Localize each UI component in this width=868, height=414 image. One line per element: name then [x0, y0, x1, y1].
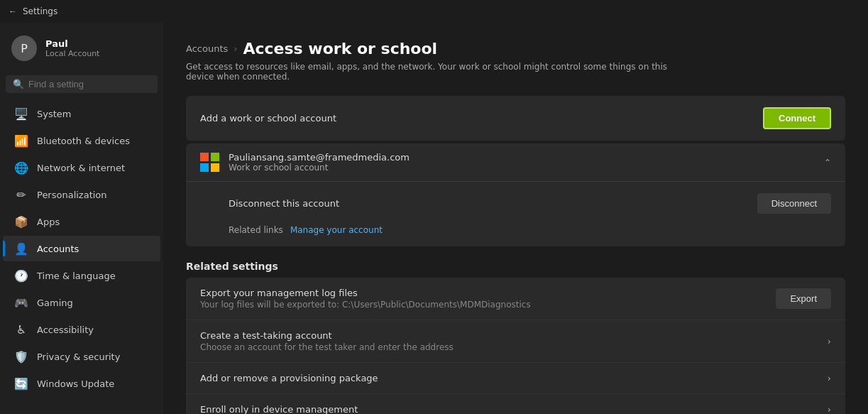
sidebar-item-personalization[interactable]: ✏️ Personalization [3, 182, 160, 207]
related-links-label: Related links [229, 225, 283, 235]
work-account-type: Work or school account [229, 163, 815, 173]
related-links-row: Related links Manage your account [229, 222, 831, 235]
back-button[interactable]: ← [9, 6, 17, 16]
chevron-right-icon: › [828, 336, 831, 347]
sidebar-item-system[interactable]: 🖥️ System [3, 101, 160, 126]
main-content: Accounts › Access work or school Get acc… [163, 23, 868, 414]
add-account-label: Add a work or school account [200, 113, 754, 124]
privacy-icon: 🛡️ [14, 349, 28, 364]
work-account-header[interactable]: Pauliansang.samte@framedmedia.com Work o… [186, 143, 845, 181]
gaming-icon: 🎮 [14, 295, 28, 310]
user-subtitle: Local Account [45, 49, 99, 58]
chevron-right-icon-3: › [828, 404, 831, 414]
manage-account-link[interactable]: Manage your account [290, 225, 383, 235]
sidebar-item-bluetooth[interactable]: 📶 Bluetooth & devices [3, 128, 160, 153]
ms-logo-red [200, 153, 209, 161]
sidebar-item-network[interactable]: 🌐 Network & internet [3, 155, 160, 180]
ms-logo-yellow [211, 163, 219, 172]
settings-row-test-title: Create a test-taking account [200, 330, 819, 341]
sidebar-item-label: Personalization [37, 190, 107, 200]
user-name: Paul [45, 38, 99, 49]
microsoft-logo [200, 153, 220, 173]
apps-icon: 📦 [14, 214, 28, 229]
personalization-icon: ✏️ [14, 187, 28, 202]
accessibility-icon: ♿ [14, 322, 28, 337]
sidebar-item-windows-update[interactable]: 🔄 Windows Update [3, 371, 160, 396]
chevron-up-icon: ⌃ [824, 158, 831, 168]
breadcrumb-separator: › [234, 43, 237, 54]
avatar: P [11, 36, 37, 61]
work-account-email: Pauliansang.samte@framedmedia.com [229, 152, 815, 163]
work-account-info: Pauliansang.samte@framedmedia.com Work o… [229, 152, 815, 173]
settings-row-test[interactable]: Create a test-taking account Choose an a… [186, 320, 845, 363]
search-icon: 🔍 [13, 79, 24, 89]
system-icon: 🖥️ [14, 107, 28, 121]
sidebar-item-label: Apps [37, 217, 60, 227]
settings-row-provisioning-content: Add or remove a provisioning package [200, 373, 819, 383]
settings-row-test-sub: Choose an account for the test taker and… [200, 342, 819, 352]
chevron-right-icon-2: › [828, 373, 831, 383]
settings-row-provisioning[interactable]: Add or remove a provisioning package › [186, 363, 845, 394]
title-bar: ← Settings [0, 0, 868, 23]
add-account-card: Add a work or school account Connect [186, 96, 845, 141]
export-button[interactable]: Export [776, 288, 831, 309]
ms-logo-green [211, 153, 219, 161]
sidebar-item-label: Gaming [37, 298, 73, 308]
sidebar-item-gaming[interactable]: 🎮 Gaming [3, 290, 160, 315]
settings-row-export-title: Export your management log files [200, 288, 767, 298]
user-info: Paul Local Account [45, 38, 99, 58]
work-account-card: Pauliansang.samte@framedmedia.com Work o… [186, 143, 845, 246]
sidebar-user: P Paul Local Account [0, 28, 163, 72]
time-icon: 🕐 [14, 268, 28, 283]
settings-row-provisioning-title: Add or remove a provisioning package [200, 373, 819, 383]
related-settings-card: Export your management log files Your lo… [186, 278, 845, 414]
sidebar-item-label: Accessibility [37, 325, 94, 335]
sidebar-item-label: Accounts [37, 244, 79, 254]
bluetooth-icon: 📶 [14, 134, 28, 148]
disconnect-button[interactable]: Disconnect [757, 193, 831, 214]
sidebar-item-label: Bluetooth & devices [37, 136, 130, 146]
disconnect-label: Disconnect this account [229, 198, 339, 209]
sidebar-item-accessibility[interactable]: ♿ Accessibility [3, 317, 160, 342]
work-account-expanded: Disconnect this account Disconnect Relat… [186, 181, 845, 246]
add-account-row: Add a work or school account Connect [186, 96, 845, 141]
sidebar-search-container: 🔍 [6, 75, 158, 93]
sidebar-item-label: Network & internet [37, 163, 125, 173]
search-input[interactable] [28, 79, 150, 89]
accounts-icon: 👤 [14, 241, 28, 256]
sidebar: P Paul Local Account 🔍 🖥️ System 📶 Bluet… [0, 23, 163, 414]
settings-row-enroll[interactable]: Enroll only in device management › [186, 394, 845, 414]
sidebar-item-privacy[interactable]: 🛡️ Privacy & security [3, 344, 160, 369]
settings-row-test-content: Create a test-taking account Choose an a… [200, 330, 819, 352]
sidebar-item-apps[interactable]: 📦 Apps [3, 209, 160, 234]
sidebar-item-label: System [37, 109, 71, 119]
windows-update-icon: 🔄 [14, 376, 28, 391]
related-settings-title: Related settings [186, 261, 845, 272]
breadcrumb: Accounts › Access work or school [186, 40, 845, 58]
title-bar-title: Settings [23, 6, 57, 16]
main-layout: P Paul Local Account 🔍 🖥️ System 📶 Bluet… [0, 23, 868, 414]
sidebar-item-label: Windows Update [37, 378, 114, 389]
breadcrumb-current: Access work or school [243, 40, 437, 58]
network-icon: 🌐 [14, 160, 28, 175]
settings-row-export-sub: Your log files will be exported to: C:\U… [200, 300, 767, 310]
connect-button[interactable]: Connect [763, 107, 831, 129]
settings-row-enroll-title: Enroll only in device management [200, 404, 819, 414]
sidebar-item-time[interactable]: 🕐 Time & language [3, 263, 160, 288]
sidebar-item-label: Privacy & security [37, 352, 120, 362]
breadcrumb-parent[interactable]: Accounts [186, 43, 228, 54]
page-subtitle: Get access to resources like email, apps… [186, 62, 683, 82]
settings-row-enroll-content: Enroll only in device management [200, 404, 819, 414]
disconnect-row: Disconnect this account Disconnect [229, 182, 831, 222]
ms-logo-blue [200, 163, 209, 172]
settings-row-export[interactable]: Export your management log files Your lo… [186, 278, 845, 320]
sidebar-item-accounts[interactable]: 👤 Accounts [3, 236, 160, 261]
settings-row-export-content: Export your management log files Your lo… [200, 288, 767, 310]
sidebar-item-label: Time & language [37, 271, 116, 281]
